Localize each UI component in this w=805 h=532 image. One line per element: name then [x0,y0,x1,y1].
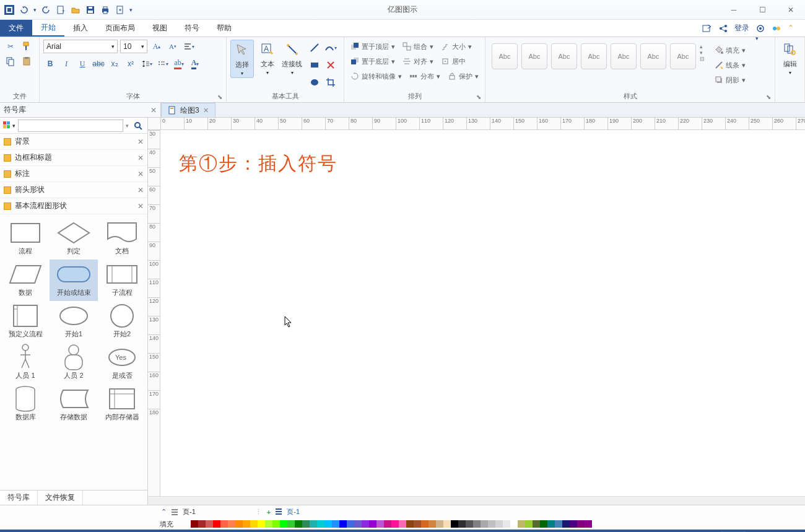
symbol-search-input[interactable] [18,120,123,132]
document-tab[interactable]: 绘图3 ✕ [161,103,215,117]
color-swatch[interactable] [443,520,451,528]
color-swatch[interactable] [243,520,250,528]
color-swatch[interactable] [213,520,220,528]
horizontal-scrollbar[interactable] [160,497,805,505]
shape-stored-data[interactable]: 存储数据 [50,384,98,425]
align-button[interactable]: 对齐▾ [400,55,436,68]
style-preset-4[interactable]: Abc [581,43,607,69]
shape-person1[interactable]: 人员 1 [1,342,50,384]
tab-view[interactable]: 视图 [144,20,176,37]
bold-button[interactable]: B [43,57,57,71]
line-spacing-icon[interactable]: ▾ [140,57,154,71]
style-preset-2[interactable]: Abc [521,43,547,69]
save-icon[interactable] [85,4,96,15]
shape-internal-storage[interactable]: 内部存储器 [98,384,146,425]
shrink-font-icon[interactable]: A▾ [166,40,180,53]
color-swatch[interactable] [525,520,533,528]
color-swatch[interactable] [510,520,518,528]
superscript-button[interactable]: x² [124,57,137,71]
color-swatch[interactable] [399,520,406,528]
distribute-button[interactable]: 分布▾ [407,69,443,83]
login-link[interactable]: 登录 [734,23,749,33]
page-current-label[interactable]: 页-1 [183,507,196,517]
color-swatch[interactable] [414,520,421,528]
tab-help[interactable]: 帮助 [208,20,240,37]
color-swatch[interactable] [339,520,347,528]
delete-tool-icon[interactable] [324,58,337,72]
qat-more[interactable]: ▾ [129,7,133,13]
qat-dropdown[interactable]: ▾ [33,7,37,13]
color-swatch[interactable] [503,520,510,528]
color-swatch[interactable] [488,520,495,528]
color-swatch[interactable] [429,520,436,528]
tab-file[interactable]: 文件 [0,20,32,37]
style-more[interactable]: ⊟ [700,56,705,62]
shape-start-end[interactable]: 开始或结束 [50,259,98,301]
ellipse-tool-icon[interactable] [308,76,321,89]
highlight-icon[interactable]: ab▾ [172,57,186,71]
color-swatch[interactable] [235,520,243,528]
subscript-button[interactable]: x₂ [108,57,121,71]
share-icon[interactable] [718,24,728,33]
color-swatch[interactable] [436,520,443,528]
protect-button[interactable]: 保护▾ [445,69,481,83]
page-nav-up[interactable]: ⌃ [161,508,167,516]
center-button[interactable]: 居中 [438,55,468,68]
rect-tool-icon[interactable] [308,58,321,72]
text-align-icon[interactable]: ▾ [182,40,196,53]
send-back-button[interactable]: 置于底层▾ [348,55,398,68]
open-icon[interactable] [70,4,81,15]
tab-symbol[interactable]: 符号 [176,20,208,37]
connector-tool[interactable]: 连接线▾ [281,40,304,77]
font-size-select[interactable]: 10▾ [120,40,147,53]
color-swatch[interactable] [272,520,280,528]
color-swatch[interactable] [577,520,585,528]
strikethrough-button[interactable]: abc [92,57,105,71]
arrange-dialog-launcher[interactable]: ⬊ [476,94,482,100]
font-color-icon[interactable]: A▾ [188,57,202,71]
italic-button[interactable]: I [59,57,73,71]
color-swatch[interactable] [295,520,302,528]
tab-symbol-library[interactable]: 符号库 [0,491,38,505]
color-swatch[interactable] [585,520,592,528]
font-dialog-launcher[interactable]: ⬊ [217,94,224,100]
search-icon[interactable] [131,119,145,133]
color-swatch[interactable] [265,520,272,528]
bullets-icon[interactable]: ▾ [156,57,170,71]
style-scroll-up[interactable]: ▴ [700,43,705,50]
tab-insert[interactable]: 插入 [64,20,97,37]
shape-predefined[interactable]: 预定义流程 [1,301,50,342]
format-painter-icon[interactable] [20,40,33,53]
maximize-button[interactable]: ☐ [748,0,777,20]
copy-icon[interactable] [4,55,17,68]
line-tool-icon[interactable] [308,41,321,55]
color-swatch[interactable] [324,520,332,528]
style-scroll-down[interactable]: ▾ [700,50,705,56]
underline-button[interactable]: U [76,57,89,71]
color-swatch[interactable] [302,520,310,528]
shape-process[interactable]: 流程 [1,218,50,259]
cut-icon[interactable]: ✂ [4,40,17,53]
color-swatch[interactable] [481,520,488,528]
paste-icon[interactable] [20,55,33,68]
shape-data[interactable]: 数据 [1,259,50,301]
page-nav-list[interactable] [172,509,178,515]
panel-close-icon[interactable]: ✕ [150,106,157,115]
color-swatch[interactable] [562,520,570,528]
shape-start2[interactable]: 开始2 [98,301,146,342]
color-swatch[interactable] [347,520,354,528]
canvas[interactable]: 第①步：插入符号 [160,130,805,496]
category-arrow[interactable]: 箭头形状✕ [0,182,147,198]
rotate-button[interactable]: 旋转和镜像▾ [348,69,404,83]
shape-document[interactable]: 文档 [98,218,146,259]
color-swatch[interactable] [220,520,228,528]
color-swatch[interactable] [250,520,258,528]
color-swatch[interactable] [362,520,369,528]
wondershare-icon[interactable] [772,24,781,33]
font-name-select[interactable]: Arial▾ [43,40,118,53]
minimize-button[interactable]: ─ [720,0,748,20]
settings-icon[interactable]: ▾ [755,24,765,33]
color-swatch[interactable] [518,520,525,528]
color-swatch[interactable] [317,520,324,528]
select-tool[interactable]: 选择▾ [230,40,254,78]
